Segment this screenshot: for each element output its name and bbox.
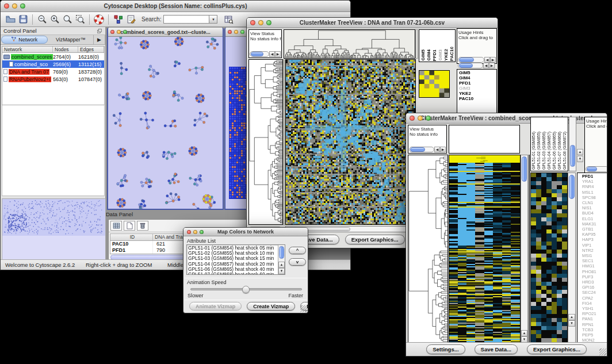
create-vizmap-button[interactable]: Create Vizmap (247, 302, 295, 311)
export-graphics--button[interactable]: Export Graphics... (527, 344, 587, 354)
gene-label[interactable]: GPI16 (582, 285, 607, 290)
scroll-down-icon[interactable]: ▼ (577, 156, 583, 162)
gene-label[interactable]: FIG4 (582, 301, 607, 306)
zoom-window-icon[interactable] (266, 20, 271, 25)
export-graphics--button[interactable]: Export Graphics... (345, 235, 405, 244)
gene-label[interactable]: YSH1 (582, 306, 607, 311)
scroll-down-icon[interactable]: ▼ (568, 320, 575, 327)
gene-label[interactable]: VIP1 (582, 243, 607, 248)
scroll-up-icon[interactable]: ▲ (278, 262, 285, 268)
move-up-button[interactable]: ^ (289, 247, 306, 254)
scroll-up-icon[interactable]: ▲ (521, 330, 527, 336)
new-attribute-icon[interactable] (124, 221, 135, 231)
zoom-in-icon[interactable] (48, 14, 61, 25)
global-heatmap[interactable] (285, 59, 416, 225)
search-input[interactable] (163, 15, 209, 24)
minimize-icon[interactable] (234, 30, 238, 34)
gene-label[interactable]: PFD1 (459, 81, 496, 86)
annotation-icon[interactable] (124, 14, 137, 25)
delete-attribute-trash-icon[interactable] (137, 221, 148, 231)
resize-grip[interactable] (599, 348, 606, 355)
gene-label[interactable]: PFD1 (582, 174, 607, 179)
scroll-right-icon[interactable]: ▶ (490, 57, 496, 63)
gene-label[interactable]: YKE2 (459, 91, 496, 96)
gene-label[interactable]: PUF3 (582, 274, 607, 279)
tab-[interactable]: ▶ (94, 35, 105, 44)
gene-label[interactable]: BUD4 (582, 210, 607, 216)
gene-label[interactable]: NIS1 (582, 205, 607, 210)
minimize-icon[interactable] (193, 230, 197, 234)
list-item[interactable]: GPL51-01 (GSM854) heat shock 05 min (188, 246, 284, 251)
row-dendrogram[interactable] (408, 155, 448, 343)
close-icon[interactable] (110, 30, 114, 34)
gene-label[interactable]: RNR4 (582, 184, 607, 189)
gene-label[interactable]: TCB3 (582, 327, 607, 332)
save-icon[interactable] (17, 14, 29, 25)
column-dendrogram[interactable] (284, 29, 415, 59)
search-dropdown-icon[interactable]: ▼ (209, 15, 217, 24)
gene-label[interactable]: MAK31 (582, 221, 607, 227)
scroll-left-icon[interactable]: ◀ (484, 57, 490, 63)
zoom-heatmap[interactable] (530, 173, 568, 343)
column-header-edges[interactable]: Edges (78, 47, 104, 52)
treeview1-titlebar[interactable]: ClusterMaker TreeView : DNA and Tran 07-… (247, 18, 498, 28)
zoom-window-icon[interactable] (426, 116, 431, 121)
resize-grip[interactable] (300, 305, 307, 312)
zoom-window-icon[interactable] (240, 30, 244, 34)
close-icon[interactable] (228, 30, 232, 34)
attribute-select-icon[interactable] (110, 221, 122, 231)
attribute-listbox[interactable]: GPL51-01 (GSM854) heat shock 05 minGPL51… (186, 244, 285, 275)
gene-label[interactable]: SPC98 (582, 195, 607, 200)
minimize-icon[interactable] (12, 3, 17, 9)
gene-label[interactable]: CPA2 (582, 296, 607, 301)
attribute-list-scrollbar[interactable]: ▲ ▼ (278, 245, 285, 274)
close-icon[interactable] (187, 230, 191, 234)
gene-label[interactable]: PHO81 (582, 269, 607, 274)
search-index-icon[interactable] (222, 14, 235, 25)
gene-label[interactable]: RPN1 (582, 322, 607, 327)
scroll-down-icon[interactable]: ▼ (278, 268, 285, 274)
gene-label[interactable]: SEC1 (582, 258, 607, 263)
scroll-up-icon[interactable]: ▲ (568, 314, 575, 320)
close-icon[interactable] (4, 3, 9, 9)
table-row[interactable]: RNAPuberNov2+I563(0)107847(0) (2, 75, 104, 83)
splitter-strip[interactable] (529, 155, 530, 343)
table-row[interactable]: DNA and Tran 07769(0)183728(0) (2, 68, 104, 75)
table-row[interactable]: combined_scores2764(0)16218(0) (2, 53, 104, 60)
frame1-titlebar[interactable]: combined_scores_good.txt--cluste... (108, 28, 223, 37)
gene-label[interactable]: NTR2 (582, 248, 607, 253)
zoom-pane-scrollbar[interactable]: ◀ ▶ (458, 62, 495, 68)
gene-label[interactable]: CLN1 (582, 200, 607, 205)
animation-speed-slider[interactable] (190, 288, 302, 290)
move-down-button[interactable]: v (289, 258, 306, 266)
list-item[interactable]: GPL51-02 (GSM855) heat shock 10 min (188, 251, 284, 256)
table-row[interactable]: combined_sco2569(6)13112(15) (2, 60, 104, 68)
view-status-scrollbar[interactable]: ◀ ▶ (409, 146, 446, 152)
column-header[interactable]: ID (110, 234, 153, 240)
gene-label[interactable]: PEP5 (582, 332, 607, 338)
zoom-v-scrollbar[interactable]: ▲ ▼ (568, 173, 576, 343)
new-network-icon[interactable] (112, 14, 124, 25)
scroll-left-icon[interactable]: ◀ (269, 51, 275, 57)
heatmap-v-scrollbar[interactable]: ▲ ▼ (521, 155, 528, 343)
gene-label[interactable]: MSL1 (582, 190, 607, 195)
gene-label[interactable]: PAC10 (459, 96, 496, 101)
gene-label[interactable]: HRD3 (582, 279, 607, 285)
treeview2-titlebar[interactable]: ClusterMaker TreeView : combined_scores_… (406, 113, 607, 124)
column-labels-scrollbar[interactable] (569, 117, 576, 171)
zoom-window-icon[interactable] (123, 30, 127, 34)
scroll-up-icon[interactable]: ▲ (577, 149, 583, 155)
minimize-icon[interactable] (117, 30, 121, 34)
scroll-left-icon[interactable]: ◀ (483, 63, 489, 68)
slider-thumb[interactable] (242, 286, 250, 293)
open-folder-icon[interactable] (4, 14, 17, 25)
save-data--button[interactable]: Save Data... (475, 344, 518, 354)
tab-vizmapper[interactable]: VizMapper™ (48, 35, 94, 44)
row-dendrogram[interactable] (248, 59, 283, 225)
gene-label[interactable]: GIM3 (459, 86, 496, 91)
zoom-out-icon[interactable] (36, 14, 48, 25)
column-header-network[interactable]: Network (2, 47, 53, 52)
column-header-nodes[interactable]: Nodes (53, 47, 78, 52)
splitter-strip[interactable] (415, 29, 418, 59)
gene-label[interactable]: KAP95 (582, 232, 607, 237)
